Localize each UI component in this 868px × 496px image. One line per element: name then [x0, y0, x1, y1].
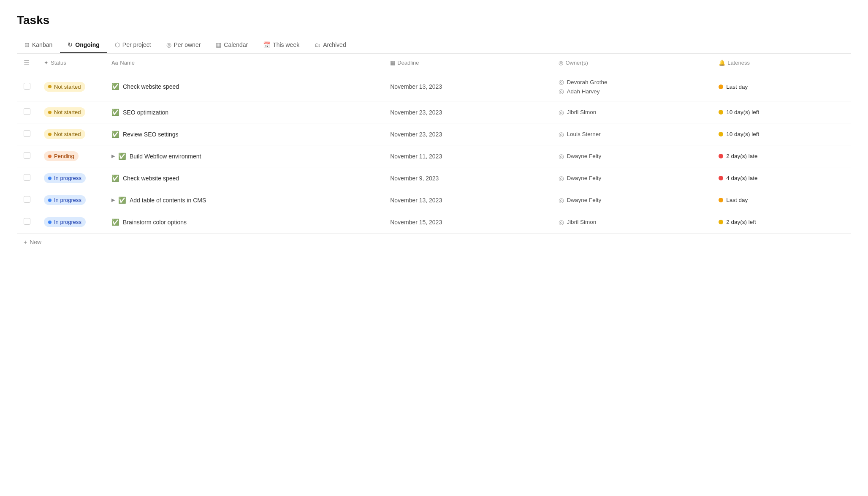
status-badge[interactable]: Not started: [44, 129, 85, 139]
task-name[interactable]: Check website speed: [123, 175, 179, 182]
row-checkbox[interactable]: [24, 83, 30, 90]
status-dot: [48, 111, 52, 114]
row-checkbox[interactable]: [24, 174, 30, 181]
owner-name: Devorah Grothe: [567, 79, 607, 85]
row-checkbox[interactable]: [24, 218, 30, 225]
tab-archived[interactable]: 🗂 Archived: [307, 37, 353, 53]
row-owner-cell: ◎Dwayne Felty: [552, 167, 712, 189]
status-label: In progress: [54, 175, 81, 181]
row-owner-cell: ◎Dwayne Felty: [552, 189, 712, 211]
owner-name: Dwayne Felty: [567, 153, 601, 159]
owner-row: ◎Adah Harvey: [559, 87, 705, 95]
row-checkbox-cell: [17, 123, 37, 145]
status-label: Pending: [54, 153, 74, 159]
status-dot: [48, 85, 52, 88]
tab-this-week[interactable]: 📅 This week: [255, 37, 307, 53]
kanban-icon: ⊞: [24, 41, 30, 48]
row-lateness-cell: 2 day(s) late: [712, 145, 851, 167]
status-badge[interactable]: In progress: [44, 173, 86, 183]
row-deadline-cell: November 13, 2023: [383, 189, 552, 211]
row-checkbox[interactable]: [24, 108, 30, 115]
table-header-row: ☰ ✦ Status Aa Name ▦: [17, 54, 851, 72]
table-row: In progress✅Check website speedNovember …: [17, 167, 851, 189]
calendar-icon: ▦: [216, 41, 221, 48]
task-name[interactable]: Review SEO settings: [123, 131, 179, 138]
owner-row: ◎Dwayne Felty: [559, 196, 705, 204]
status-label: Not started: [54, 109, 81, 115]
archived-icon: 🗂: [315, 41, 320, 48]
task-complete-icon: ✅: [111, 109, 119, 116]
status-badge[interactable]: Not started: [44, 82, 85, 92]
deadline-value: November 23, 2023: [390, 109, 442, 116]
owner-avatar-icon: ◎: [559, 87, 564, 95]
deadline-value: November 23, 2023: [390, 131, 442, 138]
row-owner-cell: ◎Dwayne Felty: [552, 145, 712, 167]
row-owner-cell: ◎Louis Sterner: [552, 123, 712, 145]
owner-row: ◎Louis Sterner: [559, 131, 705, 138]
expand-icon[interactable]: ▶: [111, 153, 115, 159]
status-label: Not started: [54, 131, 81, 137]
row-checkbox-cell: [17, 145, 37, 167]
owner-row: ◎Jibril Simon: [559, 109, 705, 116]
tab-per-project[interactable]: ⬡ Per project: [107, 37, 159, 53]
owner-col-header: ◎ Owner(s): [552, 54, 712, 72]
row-status-cell: Pending: [37, 145, 105, 167]
task-name[interactable]: SEO optimization: [123, 109, 168, 116]
row-deadline-cell: November 23, 2023: [383, 101, 552, 123]
row-lateness-cell: Last day: [712, 72, 851, 101]
row-lateness-cell: Last day: [712, 189, 851, 211]
table-row: In progress✅Brainstorm color optionsNove…: [17, 211, 851, 233]
select-all-icon[interactable]: ☰: [24, 59, 30, 66]
page-title: Tasks: [17, 14, 851, 27]
owner-name: Dwayne Felty: [567, 175, 601, 181]
add-new-button[interactable]: + New: [17, 233, 851, 251]
task-name[interactable]: Build Webflow environment: [130, 153, 201, 160]
status-badge[interactable]: In progress: [44, 217, 86, 227]
status-col-header: ✦ Status: [37, 54, 105, 72]
row-name-cell: ▶✅Add table of contents in CMS: [105, 189, 383, 211]
row-checkbox[interactable]: [24, 196, 30, 203]
lateness-value: Last day: [726, 197, 748, 203]
task-complete-icon: ✅: [118, 196, 126, 204]
owner-avatar-icon: ◎: [559, 174, 564, 182]
deadline-value: November 15, 2023: [390, 219, 442, 226]
row-checkbox[interactable]: [24, 130, 30, 137]
task-complete-icon: ✅: [118, 153, 126, 160]
name-col-icon: Aa: [111, 60, 118, 66]
row-deadline-cell: November 23, 2023: [383, 123, 552, 145]
tab-bar: ⊞ Kanban ↻ Ongoing ⬡ Per project ◎ Per o…: [17, 37, 851, 54]
task-complete-icon: ✅: [111, 174, 119, 182]
tab-per-owner[interactable]: ◎ Per owner: [159, 37, 209, 53]
task-name[interactable]: Add table of contents in CMS: [130, 197, 206, 204]
row-checkbox[interactable]: [24, 152, 30, 159]
status-badge[interactable]: Pending: [44, 151, 79, 161]
owner-avatar-icon: ◎: [559, 196, 564, 204]
status-badge[interactable]: Not started: [44, 107, 85, 117]
status-dot: [48, 177, 52, 180]
tab-calendar[interactable]: ▦ Calendar: [208, 37, 255, 53]
status-badge[interactable]: In progress: [44, 195, 86, 205]
lateness-dot: [719, 132, 723, 136]
lateness-col-header: 🔔 Lateness: [712, 54, 851, 72]
row-status-cell: Not started: [37, 72, 105, 101]
owner-avatar-icon: ◎: [559, 218, 564, 226]
task-name[interactable]: Check website speed: [123, 83, 179, 90]
ongoing-icon: ↻: [68, 41, 73, 48]
lateness-dot: [719, 84, 723, 89]
task-complete-icon: ✅: [111, 131, 119, 138]
task-name[interactable]: Brainstorm color options: [123, 219, 187, 226]
lateness-dot: [719, 198, 723, 202]
row-owner-cell: ◎Jibril Simon: [552, 211, 712, 233]
owner-col-icon: ◎: [559, 60, 563, 66]
owner-avatar-icon: ◎: [559, 131, 564, 138]
expand-icon[interactable]: ▶: [111, 197, 115, 203]
deadline-value: November 9, 2023: [390, 175, 439, 182]
tab-kanban[interactable]: ⊞ Kanban: [17, 37, 60, 53]
row-checkbox-cell: [17, 189, 37, 211]
per-owner-icon: ◎: [166, 41, 171, 48]
owner-name: Louis Sterner: [567, 131, 600, 137]
lateness-value: Last day: [726, 84, 748, 90]
tab-ongoing[interactable]: ↻ Ongoing: [60, 37, 107, 53]
status-label: Not started: [54, 84, 81, 90]
status-dot: [48, 155, 52, 158]
